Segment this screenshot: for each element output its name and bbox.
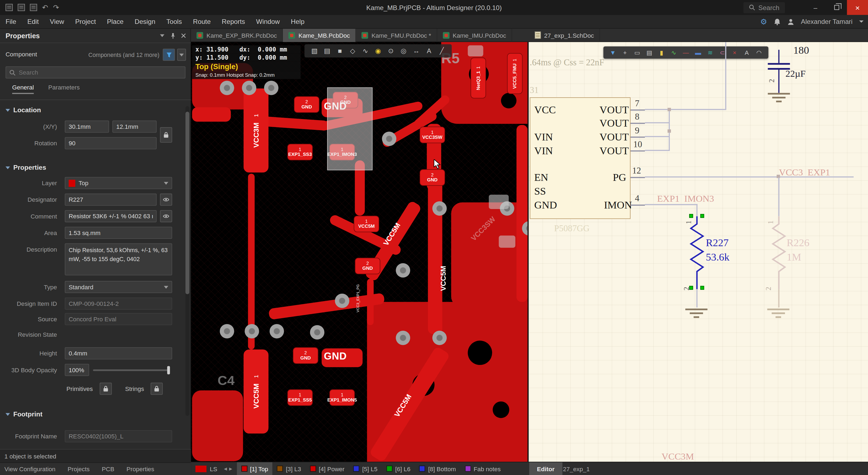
via[interactable] [396,263,410,278]
via[interactable] [220,324,234,338]
region-icon[interactable]: ▭ [632,49,642,56]
note-icon[interactable]: ▮ [657,49,666,56]
wire-icon[interactable]: ∿ [669,49,679,56]
sheets-icon[interactable]: ▤ [644,49,654,56]
global-search[interactable]: Search [743,2,785,13]
designator-field[interactable] [65,194,157,206]
r227-value[interactable]: 53.6k [706,251,729,263]
x-coordinate-field[interactable] [65,121,109,133]
layer-tab-bottom[interactable]: [8] Bottom [415,462,460,475]
layer-tab-power[interactable]: [4] Power [306,462,349,475]
pad-gnd[interactable]: 2GND [420,169,445,186]
via[interactable] [245,324,259,338]
blanket-icon[interactable]: ▬ [693,49,703,56]
route-icon[interactable]: ∿ [361,47,370,55]
doc-tab-kame-imu[interactable]: Kame_IMU.PcbDoc [437,29,513,42]
menu-reports[interactable]: Reports [216,14,251,29]
via[interactable] [310,325,324,339]
measure-icon[interactable]: ↔ [412,47,421,55]
tab-general[interactable]: General [12,84,34,94]
pad-gnd[interactable]: 2GND [355,258,380,274]
highlight-icon[interactable]: ◉ [374,47,383,55]
tab-projects[interactable]: Projects [68,466,90,472]
via[interactable] [264,81,278,95]
opacity-slider-handle[interactable] [167,366,170,374]
doc-tab-27-exp-1[interactable]: 27_exp_1.SchDoc [529,29,600,42]
via-icon[interactable]: ◎ [399,47,408,55]
minimize-button[interactable]: – [805,0,826,15]
selection-handle[interactable] [700,214,704,218]
layer-tab-top[interactable]: [1] Top [237,462,273,475]
r227-designator[interactable]: R227 [706,237,728,249]
pad-vcc3m[interactable]: VCC3M1 [244,89,269,172]
via[interactable] [432,331,447,345]
select-area-icon[interactable]: ▧ [310,47,319,55]
user-name[interactable]: Alexander Tamari [801,18,852,26]
pad-vcc5m[interactable]: VCC5M1 [244,349,269,434]
layer-tab-l5[interactable]: [5] L5 [349,462,382,475]
editor-tab[interactable]: Editor [529,462,562,475]
pad-vcc5-fmu[interactable]: VCC5_FMU1 [507,53,523,94]
via[interactable] [382,132,396,146]
ls-button[interactable]: LS [210,465,217,472]
area-field[interactable] [65,227,172,239]
type-select[interactable]: Standard [65,281,172,293]
undo-icon[interactable]: ↶ [42,3,48,12]
resistor-r226-symbol[interactable] [770,216,788,289]
menu-project[interactable]: Project [70,14,101,29]
strings-lock-button[interactable] [151,382,163,395]
selection-handle[interactable] [689,214,693,218]
pad-vcc5m[interactable]: 1VCC5M [354,215,379,232]
pad-gnd[interactable]: 2GND [294,96,319,113]
menu-design[interactable]: Design [129,14,161,29]
panel-close-icon[interactable] [181,33,186,38]
string-icon[interactable]: A [425,47,433,55]
comment-visibility-button[interactable] [160,210,172,222]
menu-tools[interactable]: Tools [161,14,188,29]
via[interactable] [396,331,410,345]
menu-window[interactable]: Window [250,14,285,29]
pin-icon[interactable] [170,32,176,39]
y-coordinate-field[interactable] [112,121,157,133]
layer-tab-l3[interactable]: [3] L3 [273,462,305,475]
panel-scrollbar-thumb[interactable] [185,112,189,294]
menu-route[interactable]: Route [188,14,216,29]
via[interactable] [432,201,447,215]
menu-file[interactable]: File [0,14,22,29]
section-properties[interactable]: Properties [5,164,46,172]
pcb-editor-view[interactable]: VCC3M1 VCC5M1 2GND 1EXP1_SS3 1EXP1_IMON3… [191,42,528,462]
text-icon[interactable]: A [742,49,752,56]
selection-handle[interactable] [700,286,704,290]
crosshair-icon[interactable]: + [620,49,630,56]
no-erc-icon[interactable]: × [730,49,740,56]
schematic-editor-view[interactable]: ▼ + ▭ ▤ ▮ ∿ ― ▬ ≋ ⊂ × A ◠ .64ms @ Css = … [529,42,868,462]
pad-exp1-ss3[interactable]: 1EXP1_SS3 [287,144,313,160]
description-field[interactable]: Chip Resistor, 53,6 kOhms, +/-1 %, 63 mW… [65,243,172,275]
bus-icon[interactable]: ― [681,49,691,56]
save-icon[interactable] [30,4,37,11]
rotation-field[interactable] [65,137,157,149]
panel-search-input[interactable] [19,69,174,76]
layer-tab-fab-notes[interactable]: Fab notes [460,462,505,475]
polygon-icon[interactable]: ◇ [348,47,357,55]
tab-properties[interactable]: Properties [126,466,154,472]
doc-tab-kame-mb[interactable]: Kame_MB.PcbDoc [283,29,356,42]
settings-gear-icon[interactable]: ⚙ [760,17,767,26]
pad-netq3-1[interactable]: NetQ3_11 [471,58,486,98]
designator-visibility-button[interactable] [160,194,172,206]
doc-tab-kame-exp-brk[interactable]: Kame_EXP_BRK.PcbDoc [191,29,283,42]
pad-exp1-ss5[interactable]: 1EXP1_SS5 [287,389,313,406]
filter-dropdown-button[interactable] [177,48,186,61]
pad-exp1-imon5[interactable]: 1EXP1_IMON5 [330,389,355,406]
primitives-lock-button[interactable] [100,382,112,395]
solid-region-icon[interactable]: ■ [336,47,344,55]
via[interactable] [220,81,234,95]
board-insight-icon[interactable]: ▤ [323,47,332,55]
menu-edit[interactable]: Edit [22,14,44,29]
pad-icon[interactable]: ⊙ [386,47,396,55]
next-layer-arrow-icon[interactable]: ▸ [229,465,232,472]
redo-icon[interactable]: ↷ [53,3,59,12]
via[interactable] [335,294,349,308]
arc-icon[interactable]: ◠ [754,49,764,56]
section-location[interactable]: Location [5,106,41,114]
